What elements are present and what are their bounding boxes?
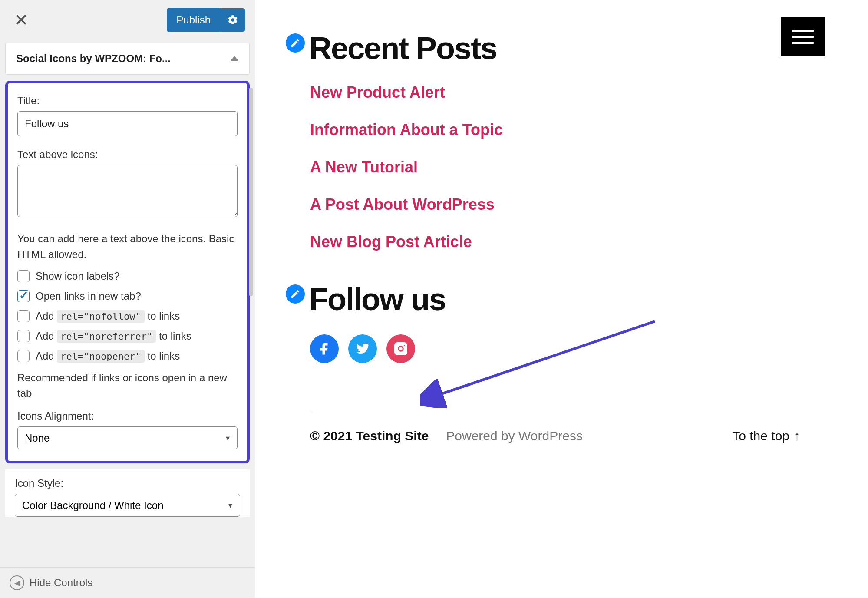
follow-us-heading: Follow us — [309, 281, 446, 317]
new-tab-checkbox[interactable] — [17, 290, 30, 302]
edit-shortcut-button[interactable] — [286, 33, 305, 53]
chevron-up-icon — [230, 56, 239, 61]
to-the-top-link[interactable]: To the top ↑ — [732, 429, 800, 443]
post-link[interactable]: New Blog Post Article — [310, 233, 825, 251]
noopener-checkbox-row[interactable]: Add rel="noopener" to links — [17, 350, 238, 362]
post-list: New Product Alert Information About a To… — [310, 83, 825, 251]
gear-icon — [227, 14, 238, 26]
customizer-sidebar: ✕ Publish Social Icons by WPZOOM: Fo... … — [0, 0, 255, 598]
help-text: You can add here a text above the icons.… — [17, 231, 238, 262]
nofollow-checkbox-row[interactable]: Add rel="nofollow" to links — [17, 310, 238, 322]
post-link[interactable]: A New Tutorial — [310, 158, 825, 176]
scrollbar[interactable] — [249, 88, 253, 296]
recommended-text: Recommended if links or icons open in a … — [17, 370, 238, 401]
twitter-icon[interactable] — [348, 334, 377, 363]
post-link[interactable]: Information About a Topic — [310, 121, 825, 139]
post-link[interactable]: A Post About WordPress — [310, 195, 825, 214]
text-above-label: Text above icons: — [17, 149, 238, 161]
noreferrer-checkbox-row[interactable]: Add rel="noreferrer" to links — [17, 330, 238, 342]
hide-controls-label: Hide Controls — [30, 577, 92, 589]
settings-button[interactable] — [220, 8, 245, 32]
new-tab-checkbox-row[interactable]: Open links in new tab? — [17, 290, 238, 302]
arrow-up-icon: ↑ — [794, 429, 800, 443]
close-icon[interactable]: ✕ — [10, 8, 33, 32]
post-link[interactable]: New Product Alert — [310, 83, 825, 102]
title-input[interactable] — [17, 111, 238, 136]
noopener-checkbox[interactable] — [17, 350, 30, 362]
iconstyle-label: Icon Style: — [15, 477, 240, 489]
show-labels-checkbox-row[interactable]: Show icon labels? — [17, 270, 238, 282]
pencil-icon — [290, 38, 300, 48]
recent-posts-heading: Recent Posts — [309, 30, 497, 66]
publish-button[interactable]: Publish — [167, 8, 220, 32]
edit-shortcut-button[interactable] — [286, 284, 305, 304]
svg-line-0 — [438, 321, 655, 395]
noopener-code: rel="noopener" — [57, 350, 144, 363]
live-preview: Recent Posts New Product Alert Informati… — [255, 0, 868, 598]
show-labels-text: Show icon labels? — [36, 270, 119, 282]
hide-controls-button[interactable]: ◀ Hide Controls — [0, 567, 255, 598]
pencil-icon — [290, 289, 300, 299]
menu-button[interactable] — [781, 17, 825, 56]
nofollow-checkbox[interactable] — [17, 310, 30, 322]
widget-accordion-header[interactable]: Social Icons by WPZOOM: Fo... — [5, 43, 250, 75]
show-labels-checkbox[interactable] — [17, 270, 30, 282]
title-label: Title: — [17, 95, 238, 107]
annotation-arrow — [420, 313, 663, 408]
collapse-left-icon: ◀ — [10, 575, 24, 590]
facebook-icon[interactable] — [310, 334, 339, 363]
instagram-icon[interactable] — [386, 334, 415, 363]
new-tab-text: Open links in new tab? — [36, 290, 141, 302]
widget-settings-highlight: Title: Text above icons: You can add her… — [5, 81, 250, 463]
accordion-title: Social Icons by WPZOOM: Fo... — [16, 53, 171, 65]
footer-divider — [310, 411, 800, 411]
noreferrer-checkbox[interactable] — [17, 330, 30, 342]
alignment-label: Icons Alignment: — [17, 410, 238, 422]
noreferrer-code: rel="noreferrer" — [57, 330, 156, 343]
footer-copyright: © 2021 Testing Site — [310, 429, 429, 443]
hamburger-icon — [792, 26, 814, 48]
alignment-select[interactable]: None — [17, 426, 238, 449]
text-above-textarea[interactable] — [17, 165, 238, 217]
nofollow-code: rel="nofollow" — [57, 310, 144, 323]
iconstyle-select[interactable]: Color Background / White Icon — [15, 494, 240, 517]
footer-powered: Powered by WordPress — [446, 429, 583, 443]
